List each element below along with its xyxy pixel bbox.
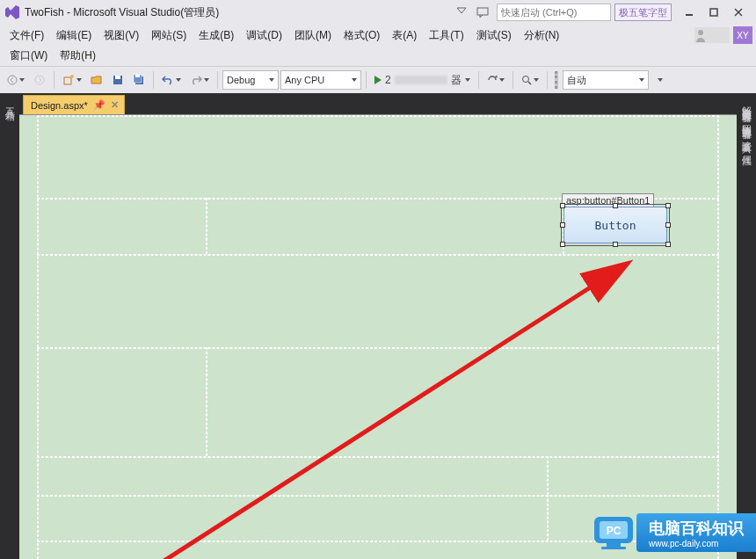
toolbar-separator bbox=[54, 71, 55, 89]
user-avatar[interactable] bbox=[694, 27, 730, 43]
menu-bar: 文件(F) 编辑(E) 视图(V) 网站(S) 生成(B) 调试(D) 团队(M… bbox=[0, 25, 756, 46]
watermark-url: www.pc-daily.com bbox=[649, 539, 744, 548]
design-surface[interactable]: asp:button#Button1 Button bbox=[19, 114, 737, 559]
svg-rect-7 bbox=[64, 77, 71, 84]
document-tab-strip: Design.aspx* 📌 ✕ bbox=[19, 93, 737, 114]
svg-rect-0 bbox=[477, 8, 488, 15]
undo-button[interactable] bbox=[158, 70, 185, 90]
workspace: 工具箱 Design.aspx* 📌 ✕ bbox=[0, 93, 756, 559]
toolbar-separator bbox=[366, 71, 367, 89]
menu-build[interactable]: 生成(B) bbox=[193, 25, 240, 46]
menu-format[interactable]: 格式(O) bbox=[338, 25, 386, 46]
toolbar-overflow-button[interactable] bbox=[651, 70, 670, 90]
feedback-icon[interactable] bbox=[474, 4, 491, 21]
nav-forward-button[interactable] bbox=[30, 70, 49, 90]
solution-platform-combo[interactable]: Any CPU bbox=[280, 70, 361, 90]
right-panel-rail: 解决方案资源管理器 团队资源管理器 诊断工具 属性 bbox=[737, 93, 756, 559]
save-button[interactable] bbox=[108, 70, 127, 90]
quick-launch-input[interactable] bbox=[497, 4, 611, 21]
pin-icon[interactable]: 📌 bbox=[93, 99, 105, 111]
toolbox-panel-tab[interactable]: 工具箱 bbox=[0, 93, 19, 559]
toolbar-separator bbox=[153, 71, 154, 89]
panel-tab-properties[interactable]: 属性 bbox=[740, 148, 753, 149]
solution-platform-label: Any CPU bbox=[285, 75, 324, 85]
new-project-button[interactable] bbox=[59, 70, 85, 90]
find-button[interactable] bbox=[518, 70, 542, 90]
window-title: TwoFish - Microsoft Visual Studio(管理员) bbox=[25, 5, 219, 20]
document-tab-label: Design.aspx* bbox=[31, 100, 88, 111]
menu-table[interactable]: 表(A) bbox=[386, 25, 423, 46]
start-debug-button[interactable]: 2器 bbox=[371, 70, 474, 90]
solution-config-combo[interactable]: Debug bbox=[222, 70, 279, 90]
svg-rect-2 bbox=[710, 9, 717, 16]
panel-tab-solution-explorer[interactable]: 解决方案资源管理器 bbox=[740, 98, 753, 106]
close-tab-icon[interactable]: ✕ bbox=[111, 99, 119, 111]
play-icon bbox=[374, 76, 382, 84]
menu-file[interactable]: 文件(F) bbox=[4, 25, 50, 46]
minimize-button[interactable] bbox=[677, 4, 701, 21]
close-button[interactable] bbox=[726, 4, 751, 21]
svg-rect-20 bbox=[601, 547, 626, 549]
nav-back-button[interactable] bbox=[4, 70, 28, 90]
menu-bar-row2: 窗口(W) 帮助(H) bbox=[0, 46, 756, 67]
panel-tab-team-explorer[interactable]: 团队资源管理器 bbox=[740, 117, 753, 123]
svg-rect-13 bbox=[135, 75, 140, 77]
toolbar-separator bbox=[512, 71, 513, 89]
solution-config-label: Debug bbox=[227, 75, 255, 85]
open-file-button[interactable] bbox=[87, 70, 106, 90]
asp-button-control[interactable]: Button bbox=[563, 207, 667, 243]
title-bar: TwoFish - Microsoft Visual Studio(管理员) 极… bbox=[0, 0, 756, 25]
run-label: 2 bbox=[385, 74, 391, 86]
target-rule-label: 自动 bbox=[567, 74, 586, 87]
svg-line-15 bbox=[528, 82, 531, 84]
menu-help[interactable]: 帮助(H) bbox=[54, 46, 102, 66]
svg-text:PC: PC bbox=[607, 525, 622, 537]
vs-logo-icon bbox=[5, 5, 19, 19]
selected-control-wrap[interactable]: Button bbox=[563, 207, 667, 243]
browser-link-button[interactable] bbox=[483, 70, 508, 90]
svg-point-6 bbox=[35, 76, 44, 84]
toolbar-separator bbox=[478, 71, 479, 89]
menu-window[interactable]: 窗口(W) bbox=[4, 46, 54, 66]
menu-tools[interactable]: 工具(T) bbox=[423, 25, 469, 46]
run-target-suffix: 器 bbox=[451, 73, 462, 88]
notifications-icon[interactable] bbox=[453, 4, 470, 21]
svg-rect-19 bbox=[607, 543, 621, 547]
user-initials-badge[interactable]: XY bbox=[733, 26, 752, 44]
watermark-title: 电脑百科知识 bbox=[649, 518, 744, 539]
menu-view[interactable]: 视图(V) bbox=[98, 25, 145, 46]
watermark-icon: PC bbox=[589, 513, 642, 552]
selection-tag-label: asp:button#Button1 bbox=[562, 193, 654, 207]
redo-button[interactable] bbox=[186, 70, 213, 90]
blurred-text bbox=[395, 76, 447, 84]
maximize-button[interactable] bbox=[701, 4, 726, 21]
menu-test[interactable]: 测试(S) bbox=[470, 25, 518, 46]
svg-point-8 bbox=[70, 75, 74, 78]
svg-point-14 bbox=[522, 76, 528, 83]
menu-team[interactable]: 团队(M) bbox=[288, 25, 338, 46]
menu-edit[interactable]: 编辑(E) bbox=[50, 25, 98, 46]
document-tab-design-aspx[interactable]: Design.aspx* 📌 ✕ bbox=[23, 95, 125, 114]
svg-point-5 bbox=[8, 76, 17, 84]
ime-indicator[interactable]: 极五笔字型 bbox=[614, 4, 672, 21]
svg-rect-10 bbox=[115, 76, 120, 79]
toolbar-grip bbox=[555, 71, 558, 89]
watermark-banner: PC 电脑百科知识 www.pc-daily.com bbox=[589, 513, 756, 552]
toolbar-separator bbox=[217, 71, 218, 89]
save-all-button[interactable] bbox=[129, 70, 149, 90]
menu-analyze[interactable]: 分析(N) bbox=[518, 25, 566, 46]
menu-debug[interactable]: 调试(D) bbox=[240, 25, 288, 46]
menu-website[interactable]: 网站(S) bbox=[145, 25, 193, 46]
target-rule-combo[interactable]: 自动 bbox=[563, 70, 649, 90]
panel-tab-diagnostics[interactable]: 诊断工具 bbox=[740, 134, 753, 137]
document-area: Design.aspx* 📌 ✕ bbox=[19, 93, 737, 559]
layout-grid bbox=[37, 115, 719, 559]
standard-toolbar: Debug Any CPU 2器 自动 bbox=[0, 67, 756, 93]
toolbar-separator bbox=[547, 71, 548, 89]
